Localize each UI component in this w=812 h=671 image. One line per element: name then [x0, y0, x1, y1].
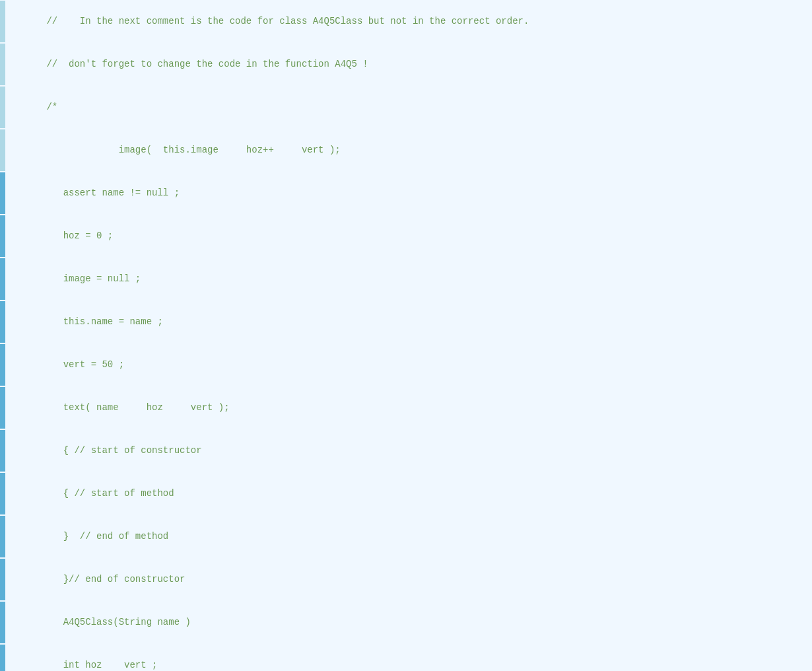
code-line-14: }// end of constructor: [0, 558, 812, 601]
line-gutter-2: [0, 44, 5, 85]
line-gutter-3: [0, 87, 5, 128]
code-editor: // In the next comment is the code for c…: [0, 0, 812, 671]
comment-token: /*: [46, 102, 57, 112]
line-gutter-12: [0, 473, 5, 514]
code-line-9: vert = 50 ;: [0, 343, 812, 386]
line-gutter-16: [0, 645, 5, 671]
comment-token: text( name hoz vert );: [46, 402, 229, 413]
comment-token: image = null ;: [46, 273, 141, 284]
line-content-11: { // start of constructor: [11, 430, 807, 472]
comment-token: this.name = name ;: [46, 316, 162, 327]
code-line-7: image = null ;: [0, 258, 812, 300]
comment-token: // don't forget to change the code in th…: [46, 59, 368, 69]
line-content-1: // In the next comment is the code for c…: [11, 1, 807, 42]
line-gutter-14: [0, 559, 5, 600]
line-content-12: { // start of method: [11, 473, 807, 514]
line-content-10: text( name hoz vert );: [11, 387, 807, 429]
comment-token: { // start of method: [46, 488, 174, 499]
code-line-15: A4Q5Class(String name ): [0, 601, 812, 644]
line-content-4: image( this.image hoz++ vert );: [11, 129, 807, 171]
line-gutter-8: [0, 301, 5, 343]
line-gutter-13: [0, 516, 5, 557]
code-line-6: hoz = 0 ;: [0, 215, 812, 258]
comment-token: assert name != null ;: [46, 188, 180, 198]
comment-token: vert = 50 ;: [46, 359, 124, 370]
line-content-8: this.name = name ;: [11, 301, 807, 343]
code-line-10: text( name hoz vert );: [0, 386, 812, 429]
line-gutter-5: [0, 172, 5, 214]
line-content-6: hoz = 0 ;: [11, 215, 807, 257]
comment-token: }// end of constructor: [46, 574, 185, 584]
comment-token: int hoz vert ;: [46, 660, 157, 670]
line-content-9: vert = 50 ;: [11, 344, 807, 386]
code-line-13: } // end of method: [0, 515, 812, 558]
comment-token: hoz = 0 ;: [46, 230, 113, 241]
line-content-5: assert name != null ;: [11, 172, 807, 214]
code-line-11: { // start of constructor: [0, 429, 812, 472]
line-content-15: A4Q5Class(String name ): [11, 602, 807, 643]
line-gutter-6: [0, 215, 5, 257]
code-line-5: assert name != null ;: [0, 172, 812, 215]
code-line-2: // don't forget to change the code in th…: [0, 43, 812, 86]
line-content-14: }// end of constructor: [11, 559, 807, 600]
code-line-16: int hoz vert ;: [0, 644, 812, 671]
line-content-16: int hoz vert ;: [11, 645, 807, 671]
line-content-2: // don't forget to change the code in th…: [11, 44, 807, 85]
line-gutter-4: [0, 129, 5, 171]
line-content-7: image = null ;: [11, 258, 807, 300]
comment-token: image( this.image hoz++ vert );: [46, 145, 340, 155]
code-line-1: // In the next comment is the code for c…: [0, 0, 812, 43]
code-line-3: /*: [0, 86, 812, 129]
line-gutter-10: [0, 387, 5, 429]
comment-token: // In the next comment is the code for c…: [46, 16, 529, 26]
line-gutter-15: [0, 602, 5, 643]
code-line-4: image( this.image hoz++ vert );: [0, 129, 812, 172]
comment-token: } // end of method: [46, 531, 168, 542]
code-line-8: this.name = name ;: [0, 300, 812, 343]
line-content-3: /*: [11, 87, 807, 128]
comment-token: A4Q5Class(String name ): [46, 617, 190, 627]
line-gutter-11: [0, 430, 5, 472]
line-gutter-1: [0, 1, 5, 42]
line-content-13: } // end of method: [11, 516, 807, 557]
line-gutter-9: [0, 344, 5, 386]
line-gutter-7: [0, 258, 5, 300]
comment-token: { // start of constructor: [46, 445, 201, 456]
code-line-12: { // start of method: [0, 472, 812, 515]
